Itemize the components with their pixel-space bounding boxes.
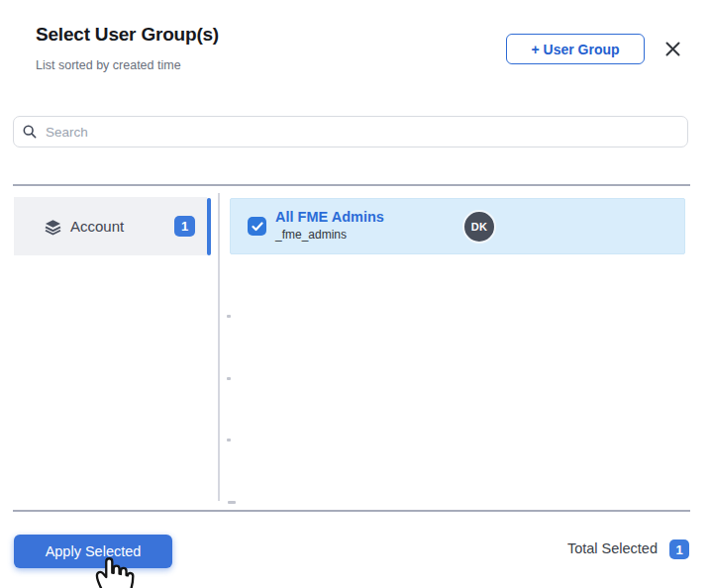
group-code: _fme_admins (275, 228, 347, 242)
sidebar-list-divider (218, 193, 220, 501)
list-marker-dot (227, 377, 231, 380)
group-name: All FME Admins (275, 209, 384, 225)
layers-icon (44, 218, 62, 236)
search-input[interactable] (44, 124, 678, 141)
total-selected-label: Total Selected (560, 540, 658, 556)
sidebar-item-label: Account (70, 218, 124, 235)
user-group-row[interactable]: All FME Admins _fme_admins DK (230, 198, 685, 254)
page-title: Select User Group(s) (36, 24, 219, 46)
sidebar-count-badge: 1 (174, 216, 195, 237)
search-box (13, 116, 688, 147)
content-top-divider (13, 184, 690, 186)
select-user-group-dialog: Select User Group(s) List sorted by crea… (0, 0, 711, 588)
close-button[interactable] (661, 38, 683, 59)
group-checkbox[interactable] (248, 217, 266, 236)
sidebar-active-indicator (207, 198, 211, 255)
total-selected-badge: 1 (669, 539, 689, 559)
list-marker-dot (227, 315, 231, 318)
content-bottom-divider (13, 510, 690, 512)
apply-selected-button[interactable]: Apply Selected (14, 535, 172, 568)
add-user-group-button[interactable]: + User Group (506, 34, 645, 64)
sidebar-item-account[interactable]: Account 1 (14, 197, 207, 255)
add-user-group-label: + User Group (531, 42, 619, 57)
list-marker-dot (228, 501, 236, 504)
search-icon (23, 125, 37, 139)
close-icon (665, 42, 680, 56)
list-marker-dot (227, 439, 231, 441)
sort-hint-text: List sorted by created time (36, 58, 181, 72)
avatar: DK (462, 210, 496, 244)
check-icon (252, 222, 263, 232)
